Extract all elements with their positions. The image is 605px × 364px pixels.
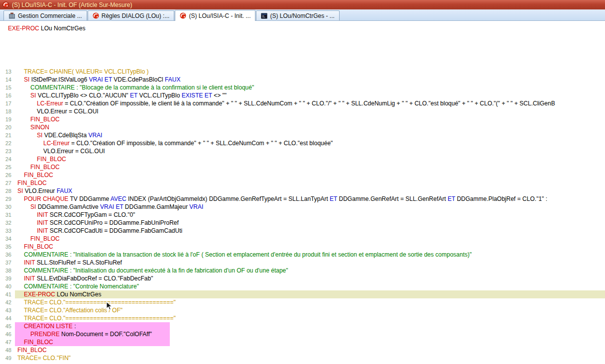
line-number: 18 — [0, 107, 15, 115]
code-line-30[interactable]: 30SI DDGamme.GamActive VRAI ET DDGamme.G… — [0, 203, 605, 211]
tab-nomctrges[interactable]: (S) LOu/NomCtrGes - ... — [256, 10, 339, 20]
code-line-31[interactable]: 31INIT SCR.CdCOFTypGam = CLO."0" — [0, 211, 605, 219]
code-token: VRAI ET — [89, 76, 112, 83]
code-line-14[interactable]: 14SI IStDefPar.IStValLog6 VRAI ET VDE.Cd… — [0, 76, 605, 84]
code-token: COMMENTAIRE : "Controle Nomenclature" — [24, 283, 139, 290]
code-line-37[interactable]: 37INIT SLL.StoFluRef = SLA.StoFluRef — [0, 259, 605, 267]
console-icon — [261, 13, 267, 19]
code-token: VLO.Erreur — [23, 187, 56, 194]
code-token: DDGamme.PlaObjRef = CLO."1" : — [455, 195, 547, 202]
code-line-content: COMMENTAIRE : "Controle Nomenclature" — [15, 282, 139, 290]
code-token: FIN_BLOC — [17, 347, 47, 354]
code-line-25[interactable]: 25FIN_BLOC — [0, 163, 605, 171]
code-line-24[interactable]: 24FIN_BLOC — [0, 155, 605, 163]
tab-isia-c-init[interactable]: (S) LOu/ISIA-C - Init. ... — [175, 10, 255, 21]
code-token: LOu NomCtrGes — [55, 291, 102, 298]
code-line-44[interactable]: 44TRACE= CLO."==========================… — [0, 314, 605, 322]
code-token: FIN_BLOC — [30, 116, 60, 123]
code-line-15[interactable]: 15COMMENTAIRE : "Blocage de la commande … — [0, 84, 605, 91]
code-token: = CLO."Création OF impossible, le client… — [63, 100, 555, 107]
code-line-content: INIT SLL.EvtDiaFabDocRef = CLO."FabDecFa… — [15, 274, 153, 282]
tab-label: (S) LOu/ISIA-C - Init. ... — [189, 12, 250, 19]
code-token: ET — [130, 92, 137, 99]
tab-regles-dialog[interactable]: Règles DIALOG (LOu) :... — [88, 10, 175, 20]
code-line-19[interactable]: 19FIN_BLOC — [0, 115, 605, 123]
code-line-36[interactable]: 36COMMENTAIRE : "Initialisation de la tr… — [0, 251, 605, 259]
code-line-46[interactable]: 46PRENDRE Nom-Document = DOF."ColOFAff" — [0, 330, 605, 338]
line-number: 26 — [0, 171, 15, 179]
tab-gestion-commerciale[interactable]: Gestion Commerciale ... — [3, 10, 87, 20]
code-token: SCR.CdCOFCadUti = DDGamme.FabGamCadUti — [48, 227, 182, 234]
code-line-content: SINON — [15, 123, 49, 131]
code-line-29[interactable]: 29POUR CHAQUE TV DDGamme AVEC INDEX (Par… — [0, 195, 605, 203]
code-line-content: TRACE= CLO."============================… — [15, 298, 176, 306]
header-keyword: EXE-PROC — [8, 25, 39, 32]
code-line-content: VLO.Erreur = CGL.OUI — [15, 107, 99, 115]
code-line-content: TRACE= CLO."FIN" — [15, 354, 71, 362]
code-token: FIN_BLOC — [24, 172, 53, 179]
code-token: VCL.CLITypBlo <> CLO."AUCUN" — [36, 92, 130, 99]
code-line-35[interactable]: 35FIN_BLOC — [0, 243, 605, 251]
code-token: EXISTE ET — [182, 92, 212, 99]
code-line-40[interactable]: 40COMMENTAIRE : "Controle Nomenclature" — [0, 282, 605, 290]
code-line-content: INIT SCR.CdCOFCadUti = DDGamme.FabGamCad… — [15, 227, 182, 235]
code-line-32[interactable]: 32INIT SCR.CdCOFUniPro = DDGamme.FabUniP… — [0, 219, 605, 227]
code-line-43[interactable]: 43TRACE= CLO."Affectation colis / OF" — [0, 306, 605, 314]
code-line-21[interactable]: 21SI VDE.CdeBlqSta VRAI — [0, 131, 605, 139]
line-number: 25 — [0, 163, 15, 171]
code-line-47[interactable]: 47FIN_BLOC — [0, 338, 605, 346]
code-token: FIN_BLOC — [30, 164, 60, 171]
line-number: 47 — [0, 338, 15, 346]
code-line-content: FIN_BLOC — [15, 171, 53, 179]
code-line-22[interactable]: 22LC-Erreur = CLO."Création OF impossibl… — [0, 139, 605, 147]
code-token: COMMENTAIRE : "Initialisation du documen… — [24, 267, 288, 274]
line-number: 22 — [0, 139, 15, 147]
line-number: 29 — [0, 195, 15, 203]
code-line-content: FIN_BLOC — [15, 163, 60, 171]
code-line-42[interactable]: 42TRACE= CLO."==========================… — [0, 298, 605, 306]
code-line-41[interactable]: 41EXE-PROC LOu NomCtrGes — [0, 290, 605, 298]
code-line-38[interactable]: 38COMMENTAIRE : "Initialisation du docum… — [0, 267, 605, 274]
code-editor[interactable]: 13TRACE= CHAINE( VALEUR= VCL.CLITypBlo )… — [0, 65, 605, 364]
code-line-16[interactable]: 16SI VCL.CLITypBlo <> CLO."AUCUN" ET VCL… — [0, 91, 605, 99]
procedure-header[interactable]: EXE-PROC LOu NomCtrGes — [0, 21, 605, 65]
code-line-20[interactable]: 20SINON — [0, 123, 605, 131]
code-line-27[interactable]: 27FIN_BLOC — [0, 179, 605, 187]
code-line-45[interactable]: 45CREATION LISTE : — [0, 322, 605, 330]
line-number: 39 — [0, 274, 15, 282]
code-line-content: COMMENTAIRE : "Blocage de la commande à … — [15, 84, 254, 91]
code-token: DDGamme.GamActive — [36, 203, 100, 210]
line-number: 13 — [0, 68, 15, 76]
code-line-23[interactable]: 23VLO.Erreur = CGL.OUI — [0, 147, 605, 155]
code-token: FIN_BLOC — [17, 180, 47, 186]
code-token: INIT — [24, 259, 35, 266]
line-number: 36 — [0, 251, 15, 259]
tab-label: (S) LOu/NomCtrGes - ... — [270, 12, 334, 19]
code-token: : — [73, 323, 76, 330]
line-number: 17 — [0, 99, 15, 107]
code-line-28[interactable]: 28SI VLO.Erreur FAUX — [0, 187, 605, 195]
code-token: SI — [37, 132, 42, 139]
code-line-17[interactable]: 17LC-Erreur = CLO."Création OF impossibl… — [0, 99, 605, 107]
line-number: 20 — [0, 123, 15, 131]
code-line-26[interactable]: 26FIN_BLOC — [0, 171, 605, 179]
code-line-13[interactable]: 13TRACE= CHAINE( VALEUR= VCL.CLITypBlo ) — [0, 68, 605, 76]
code-line-18[interactable]: 18VLO.Erreur = CGL.OUI — [0, 107, 605, 115]
code-line-33[interactable]: 33INIT SCR.CdCOFCadUti = DDGamme.FabGamC… — [0, 227, 605, 235]
line-number: 19 — [0, 115, 15, 123]
code-line-content: CREATION LISTE : — [15, 322, 170, 330]
line-number: 43 — [0, 306, 15, 314]
code-line-39[interactable]: 39INIT SLL.EvtDiaFabDocRef = CLO."FabDec… — [0, 274, 605, 282]
code-token: ET — [448, 195, 455, 202]
code-token: VLO.Erreur = CGL.OUI — [43, 148, 105, 155]
code-line-34[interactable]: 34FIN_BLOC — [0, 235, 605, 243]
code-line-content: COMMENTAIRE : "Initialisation du documen… — [15, 267, 288, 274]
line-number: 49 — [0, 354, 15, 362]
line-number: 42 — [0, 298, 15, 306]
line-number: 41 — [0, 290, 15, 298]
titlebar: (S) LOu/ISIA-C - Init. OF (Article Sur-M… — [0, 0, 605, 9]
line-number: 15 — [0, 84, 15, 91]
code-line-49[interactable]: 49TRACE= CLO."FIN" — [0, 354, 605, 362]
code-line-48[interactable]: 48FIN_BLOC — [0, 346, 605, 354]
code-line-content: FIN_BLOC — [15, 115, 60, 123]
